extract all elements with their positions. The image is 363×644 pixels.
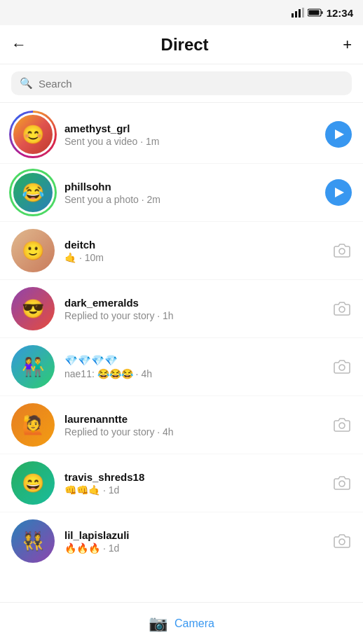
- convo-preview: Replied to your story · 4h: [64, 426, 322, 438]
- avatar-wrap: 😎: [11, 287, 55, 330]
- convo-name: amethyst_grl: [64, 122, 315, 134]
- svg-rect-1: [295, 11, 297, 18]
- avatar-wrap: 🙂: [11, 229, 55, 272]
- header: ← Direct +: [0, 25, 363, 64]
- svg-rect-3: [302, 8, 304, 18]
- convo-preview: 🔥🔥🔥 · 1d: [64, 542, 322, 554]
- convo-preview: 👊👊🤙 · 1d: [64, 484, 322, 496]
- camera-icon[interactable]: [332, 415, 352, 435]
- avatar-wrap: 😂: [11, 171, 55, 214]
- convo-preview: Sent you a photo · 2m: [64, 194, 315, 205]
- svg-point-9: [339, 365, 345, 370]
- signal-icon: [292, 8, 304, 18]
- bottom-bar: 📷 Camera: [0, 602, 363, 644]
- convo-name: travis_shreds18: [64, 471, 322, 483]
- convo-text: deitch 🤙 · 10m: [64, 239, 322, 263]
- divider: [0, 102, 363, 103]
- svg-point-7: [339, 248, 345, 254]
- camera-icon[interactable]: [332, 531, 352, 551]
- status-bar: 12:34: [0, 0, 363, 25]
- convo-text: amethyst_grl Sent you a video · 1m: [64, 122, 315, 147]
- svg-rect-6: [308, 10, 319, 15]
- avatar-wrap: 👫: [11, 345, 55, 388]
- convo-name: 💎💎💎💎: [64, 354, 322, 367]
- list-item[interactable]: 😎 dark_emeralds Replied to your story · …: [0, 280, 363, 338]
- camera-icon[interactable]: [332, 241, 352, 260]
- svg-point-8: [339, 307, 345, 312]
- camera-bottom-icon: 📷: [149, 615, 167, 633]
- convo-preview: nae11: 😂😂😂 · 4h: [64, 368, 322, 379]
- convo-preview: 🤙 · 10m: [64, 252, 322, 263]
- convo-text: 💎💎💎💎 nae11: 😂😂😂 · 4h: [64, 354, 322, 379]
- svg-rect-0: [292, 13, 294, 18]
- convo-text: lil_lapislazuli 🔥🔥🔥 · 1d: [64, 529, 322, 554]
- convo-name: phillsohn: [64, 181, 315, 192]
- status-time: 12:34: [327, 7, 353, 19]
- svg-point-10: [339, 423, 345, 428]
- list-item[interactable]: 🙂 deitch 🤙 · 10m: [0, 222, 363, 280]
- list-item[interactable]: 👫 💎💎💎💎 nae11: 😂😂😂 · 4h: [0, 338, 363, 396]
- convo-name: laurenanntte: [64, 413, 322, 425]
- avatar-wrap: 🙋: [11, 403, 55, 447]
- list-item[interactable]: 😂 phillsohn Sent you a photo · 2m: [0, 164, 363, 222]
- search-icon: 🔍: [20, 77, 33, 90]
- svg-rect-2: [299, 9, 301, 18]
- camera-label[interactable]: Camera: [174, 617, 214, 630]
- convo-text: laurenanntte Replied to your story · 4h: [64, 413, 322, 438]
- camera-icon[interactable]: [332, 299, 352, 318]
- convo-text: phillsohn Sent you a photo · 2m: [64, 181, 315, 205]
- camera-icon[interactable]: [332, 473, 352, 493]
- list-item[interactable]: 🙋 laurenanntte Replied to your story · 4…: [0, 396, 363, 454]
- convo-preview: Replied to your story · 1h: [64, 310, 322, 321]
- list-item[interactable]: 😄 travis_shreds18 👊👊🤙 · 1d: [0, 454, 363, 512]
- conversation-list: 😊 amethyst_grl Sent you a video · 1m 😂 p…: [0, 106, 363, 570]
- convo-name: dark_emeralds: [64, 297, 322, 309]
- avatar-wrap: 😊: [11, 113, 55, 156]
- play-button[interactable]: [325, 179, 352, 206]
- list-item[interactable]: 😊 amethyst_grl Sent you a video · 1m: [0, 106, 363, 164]
- avatar-wrap: 👯: [11, 519, 55, 563]
- back-button[interactable]: ←: [11, 36, 27, 54]
- convo-text: travis_shreds18 👊👊🤙 · 1d: [64, 471, 322, 496]
- battery-icon: [308, 8, 323, 17]
- convo-text: dark_emeralds Replied to your story · 1h: [64, 297, 322, 321]
- camera-icon[interactable]: [332, 357, 352, 377]
- search-bar: 🔍: [11, 71, 352, 95]
- status-icons: 12:34: [292, 7, 353, 19]
- add-button[interactable]: +: [343, 36, 352, 54]
- page-title: Direct: [161, 35, 209, 55]
- svg-rect-5: [321, 11, 322, 14]
- svg-point-12: [339, 539, 345, 545]
- convo-name: deitch: [64, 239, 322, 251]
- avatar-wrap: 😄: [11, 461, 55, 505]
- convo-preview: Sent you a video · 1m: [64, 136, 315, 147]
- search-input[interactable]: [39, 78, 343, 90]
- list-item[interactable]: 👯 lil_lapislazuli 🔥🔥🔥 · 1d: [0, 512, 363, 570]
- play-button[interactable]: [325, 121, 352, 148]
- convo-name: lil_lapislazuli: [64, 529, 322, 541]
- svg-point-11: [339, 481, 345, 486]
